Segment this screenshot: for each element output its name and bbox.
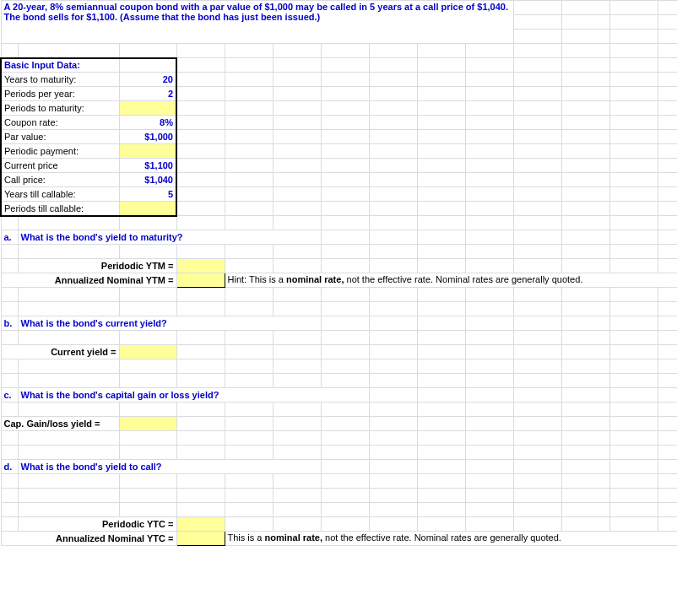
qd-annual-ytc-label: Annualized Nominal YTC = — [1, 532, 176, 546]
row-call-price-label: Call price: — [1, 173, 119, 187]
qa-periodic-ytm-label: Peridodic YTM = — [18, 259, 176, 273]
qd-letter: d. — [1, 460, 18, 474]
row-par-value-label: Par value: — [1, 130, 119, 144]
qd-question: What is the bond's yield to call? — [18, 460, 321, 474]
row-years-to-maturity-value[interactable]: 20 — [119, 73, 176, 87]
row-current-price-label: Current price — [1, 159, 119, 173]
qa-periodic-ytm-input[interactable] — [176, 259, 225, 273]
row-periods-per-year-label: Periods per year: — [1, 87, 119, 101]
qb-letter: b. — [1, 316, 18, 331]
problem-statement: A 20-year, 8% semiannual coupon bond wit… — [1, 1, 513, 44]
qb-question: What is the bond's current yield? — [18, 316, 321, 331]
row-years-till-callable-label: Years till callable: — [1, 187, 119, 202]
qb-current-yield-input[interactable] — [119, 345, 176, 359]
qd-periodic-ytc-input[interactable] — [176, 517, 225, 532]
qa-annual-ytm-label: Annualized Nominal YTM = — [1, 273, 176, 288]
qc-letter: c. — [1, 388, 18, 403]
input-section-title: Basic Input Data: — [1, 58, 119, 73]
row-call-price-value[interactable]: $1,040 — [119, 173, 176, 187]
qa-hint: Hint: This is a nominal rate, not the ef… — [225, 273, 677, 288]
qa-letter: a. — [1, 230, 18, 245]
qb-current-yield-label: Current yield = — [1, 345, 119, 359]
row-par-value-value[interactable]: $1,000 — [119, 130, 176, 144]
row-current-price-value[interactable]: $1,100 — [119, 159, 176, 173]
row-years-to-maturity-label: Years to maturity: — [1, 73, 119, 87]
row-coupon-rate-value[interactable]: 8% — [119, 116, 176, 130]
qc-cap-gain-input[interactable] — [119, 417, 176, 431]
row-periods-till-callable-value[interactable] — [119, 202, 176, 216]
row-periods-till-callable-label: Periods till callable: — [1, 202, 119, 216]
qd-hint: This is a nominal rate, not the effectiv… — [225, 532, 677, 546]
row-periods-to-maturity-label: Periods to maturity: — [1, 101, 119, 116]
qd-periodic-ytc-label: Peridodic YTC = — [18, 517, 176, 532]
qa-annual-ytm-input[interactable] — [176, 273, 225, 288]
row-periodic-payment-label: Periodic payment: — [1, 144, 119, 159]
qc-cap-gain-label: Cap. Gain/loss yield = — [1, 417, 119, 431]
row-periods-per-year-value[interactable]: 2 — [119, 87, 176, 101]
qa-question: What is the bond's yield to maturity? — [18, 230, 321, 245]
row-periods-to-maturity-value[interactable] — [119, 101, 176, 116]
row-coupon-rate-label: Coupon rate: — [1, 116, 119, 130]
qd-annual-ytc-input[interactable] — [176, 532, 225, 546]
qc-question: What is the bond's capital gain or loss … — [18, 388, 369, 403]
spreadsheet-grid[interactable]: A 20-year, 8% semiannual coupon bond wit… — [0, 0, 677, 546]
row-periodic-payment-value[interactable] — [119, 144, 176, 159]
row-years-till-callable-value[interactable]: 5 — [119, 187, 176, 202]
